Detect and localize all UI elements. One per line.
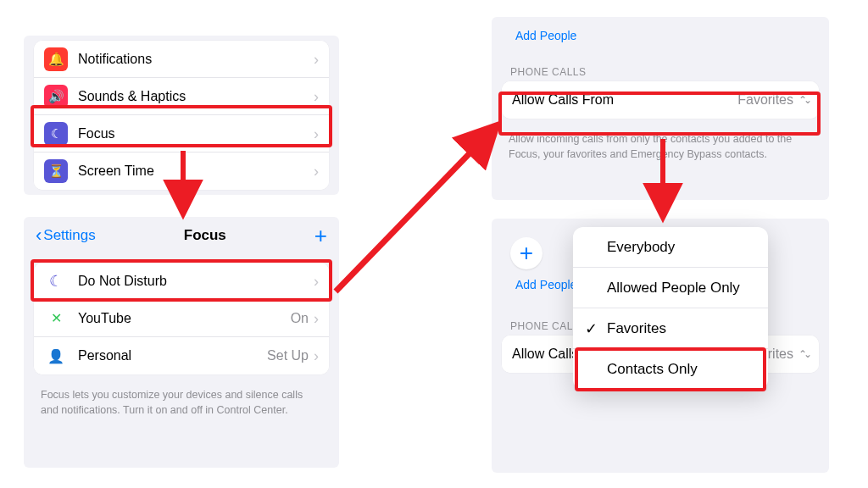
row-label: Do Not Disturb <box>78 274 314 289</box>
bell-icon: 🔔 <box>44 47 68 71</box>
allow-calls-dropdown-menu: Everybody Allowed People Only ✓ Favorite… <box>573 227 768 390</box>
speaker-icon: 🔊 <box>44 85 68 108</box>
row-value: Set Up <box>267 348 309 363</box>
row-label: YouTube <box>78 311 291 326</box>
menu-item-contacts-only[interactable]: Contacts Only <box>573 349 768 390</box>
row-label: Notifications <box>78 52 314 67</box>
row-label: Screen Time <box>78 164 314 179</box>
settings-row-sounds-haptics[interactable]: 🔊 Sounds & Haptics › <box>34 78 329 115</box>
chevron-right-icon: › <box>314 311 319 326</box>
chevron-right-icon: › <box>314 348 319 363</box>
menu-item-everybody[interactable]: Everybody <box>573 227 768 268</box>
arrow-dnd-to-allowcalls <box>336 127 495 291</box>
row-value: Favorites <box>737 92 793 108</box>
menu-item-label: Contacts Only <box>588 361 698 378</box>
row-label: Personal <box>78 348 267 363</box>
row-label: Allow Calls From <box>512 92 737 108</box>
focus-row-youtube[interactable]: ✕ YouTube On › <box>34 300 329 337</box>
menu-item-label: Favorites <box>588 320 666 337</box>
back-button[interactable]: ‹ Settings <box>36 225 96 247</box>
allow-calls-footer-note: Allow incoming calls from only the conta… <box>492 127 829 170</box>
settings-row-screentime[interactable]: ⏳ Screen Time › <box>34 152 329 190</box>
tools-icon: ✕ <box>44 307 68 330</box>
focus-row-personal[interactable]: 👤 Personal Set Up › <box>34 337 329 374</box>
settings-list-panel: 🔔 Notifications › 🔊 Sounds & Haptics › ☾… <box>24 36 339 195</box>
add-people-circle-button[interactable]: + <box>510 237 542 269</box>
focus-footer-note: Focus lets you customize your devices an… <box>24 383 339 426</box>
menu-item-label: Allowed People Only <box>588 280 740 297</box>
chevron-right-icon: › <box>314 164 319 179</box>
chevron-right-icon: › <box>314 52 319 67</box>
allow-calls-panel: Add People PHONE CALLS Allow Calls From … <box>492 17 829 200</box>
add-button[interactable]: + <box>314 225 327 247</box>
back-label: Settings <box>43 227 95 244</box>
allow-calls-from-row[interactable]: Allow Calls From Favorites ⌃⌄ <box>502 81 819 119</box>
checkmark-icon: ✓ <box>585 319 598 338</box>
focus-panel: ‹ Settings Focus + ☾ Do Not Disturb › ✕ … <box>24 217 339 468</box>
chevron-right-icon: › <box>314 126 319 141</box>
row-label: Focus <box>78 126 314 141</box>
nav-title: Focus <box>184 227 226 244</box>
row-label: Sounds & Haptics <box>78 89 314 104</box>
focus-row-dnd[interactable]: ☾ Do Not Disturb › <box>34 263 329 300</box>
settings-row-notifications[interactable]: 🔔 Notifications › <box>34 41 329 78</box>
chevron-right-icon: › <box>314 89 319 104</box>
menu-item-allowed-people-only[interactable]: Allowed People Only <box>573 268 768 308</box>
section-header-phonecalls: PHONE CALLS <box>492 51 829 81</box>
menu-item-favorites[interactable]: ✓ Favorites <box>573 308 768 349</box>
person-icon: 👤 <box>44 344 68 368</box>
add-people-link[interactable]: Add People <box>492 17 829 51</box>
row-value: On <box>291 311 309 326</box>
moon-icon: ☾ <box>44 269 68 293</box>
menu-item-label: Everybody <box>588 239 675 256</box>
hourglass-icon: ⏳ <box>44 159 68 183</box>
settings-row-focus[interactable]: ☾ Focus › <box>34 115 329 152</box>
chevron-left-icon: ‹ <box>36 225 42 247</box>
updown-icon: ⌃⌄ <box>798 348 809 360</box>
chevron-right-icon: › <box>314 274 319 289</box>
updown-icon: ⌃⌄ <box>798 94 809 106</box>
moon-icon: ☾ <box>44 122 68 146</box>
nav-bar: ‹ Settings Focus + <box>24 217 339 254</box>
